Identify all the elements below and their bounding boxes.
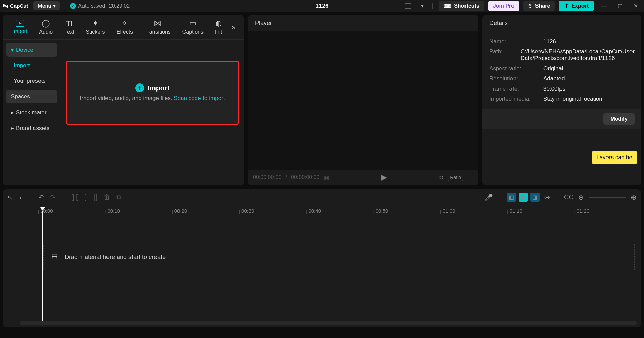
ruler-mark: 01:10 xyxy=(507,208,574,214)
mic-icon[interactable]: 🎤 xyxy=(484,193,493,201)
redo-icon[interactable]: ↷ xyxy=(50,193,56,201)
tab-captions-label: Captions xyxy=(182,29,204,35)
detail-name: Name: 1126 xyxy=(489,38,635,45)
magnet-group: ◧ ▣ ◨ xyxy=(507,193,540,202)
undo-icon[interactable]: ↶ xyxy=(38,193,44,201)
join-pro-button[interactable]: Join Pro xyxy=(488,1,519,11)
divider xyxy=(432,3,433,9)
detail-imported-media: Imported media: Stay in original locatio… xyxy=(489,96,635,102)
detail-path-value: C:/Users/NEHA/AppData/Local/CapCut/User … xyxy=(521,48,635,62)
film-icon: 🎞 xyxy=(52,254,58,261)
player-menu-icon[interactable]: ≡ xyxy=(468,20,472,27)
menu-label: Menu xyxy=(38,3,51,9)
details-header: Details xyxy=(482,15,641,31)
detail-path-label: Path: xyxy=(489,48,521,62)
ruler-mark: 00:20 xyxy=(172,208,239,214)
timeline-drop-track[interactable]: 🎞 Drag material here and start to create xyxy=(43,243,635,271)
tab-captions[interactable]: ▭ Captions xyxy=(177,18,209,37)
divider xyxy=(500,194,500,201)
scan-code-link[interactable]: Scan code to import xyxy=(174,95,225,101)
minimize-icon[interactable]: — xyxy=(598,2,610,10)
ruler-mark: 00:30 xyxy=(239,208,306,214)
timeline-scrollbar[interactable] xyxy=(20,321,637,325)
maximize-icon[interactable]: ▢ xyxy=(614,1,626,10)
shortcuts-label: Shortcuts xyxy=(454,3,479,9)
export-icon: ⬆ xyxy=(564,3,569,9)
tab-filters[interactable]: ◐ Filt xyxy=(210,18,228,37)
detail-fr-label: Frame rate: xyxy=(489,86,543,92)
focus-icon[interactable]: ◘ xyxy=(440,174,443,180)
timeline: ↖ ▾ ↶ ↷ ] [ [| |] 🗑 ⧉ 🎤 ◧ ▣ ◨ ⇿ CC ⊖ ⊕ 0 xyxy=(0,188,644,330)
import-title-label: Import xyxy=(147,84,169,92)
modify-button[interactable]: Modify xyxy=(603,113,635,125)
timeline-body[interactable]: 00:00 00:10 00:20 00:30 00:40 00:50 01:0… xyxy=(3,205,641,327)
export-button[interactable]: ⬆ Export xyxy=(559,1,594,11)
cursor-tool-icon[interactable]: ↖ xyxy=(7,193,13,201)
player-header: Player ≡ xyxy=(248,15,478,31)
menu-button[interactable]: Menu ▾ xyxy=(33,1,60,10)
magnet-center-icon[interactable]: ▣ xyxy=(519,193,528,202)
cursor-dropdown-icon[interactable]: ▾ xyxy=(19,195,22,200)
detail-res-value: Adapted xyxy=(543,75,635,82)
split-icon[interactable]: ] [ xyxy=(72,193,78,201)
trim-right-icon[interactable]: |] xyxy=(94,193,97,201)
tab-text[interactable]: TI Text xyxy=(59,18,79,37)
close-icon[interactable]: ✕ xyxy=(630,1,641,10)
tab-audio[interactable]: ◯ Audio xyxy=(33,18,58,37)
tab-import-label: Import xyxy=(12,28,27,34)
timeline-ruler[interactable]: 00:00 00:10 00:20 00:30 00:40 00:50 01:0… xyxy=(3,205,641,216)
detail-fr-value: 30.00fps xyxy=(543,86,635,92)
sidebar-stock-label: Stock mater... xyxy=(16,109,51,116)
time-total: 00:00:00:00 xyxy=(291,174,320,180)
closed-caption-icon[interactable]: CC xyxy=(564,193,574,201)
import-dropzone[interactable]: + Import Import video, audio, and image … xyxy=(66,61,239,125)
tab-import[interactable]: Import xyxy=(7,18,33,36)
import-area: + Import Import video, audio, and image … xyxy=(61,40,244,185)
sidebar-spaces[interactable]: Spaces xyxy=(6,90,57,103)
detail-aspect-value: Original xyxy=(543,65,635,72)
tab-effects[interactable]: ✧ Effects xyxy=(111,18,139,37)
trim-left-icon[interactable]: [| xyxy=(84,193,88,201)
zoom-in-icon[interactable]: ⊕ xyxy=(631,193,637,201)
chevron-down-small-icon[interactable]: ▾ xyxy=(418,1,426,10)
filters-icon: ◐ xyxy=(215,19,222,28)
topbar: CapCut Menu ▾ ✓ Auto saved: 20:29:02 112… xyxy=(0,0,644,12)
layout-icon[interactable] xyxy=(402,2,414,10)
sidebar-brand[interactable]: ▸ Brand assets xyxy=(6,121,57,135)
mirror-icon[interactable]: ⇿ xyxy=(544,193,550,201)
shortcuts-button[interactable]: ⌨ Shortcuts xyxy=(439,1,484,11)
delete-icon[interactable]: 🗑 xyxy=(103,193,110,201)
sidebar-device[interactable]: ▾ Device xyxy=(6,43,57,57)
play-icon[interactable]: ▶ xyxy=(381,173,387,182)
thumbnails-icon[interactable]: ▦ xyxy=(324,174,329,181)
import-sub-pre: Import video, audio, and image files. xyxy=(80,95,174,101)
share-icon: ⇪ xyxy=(528,3,532,9)
sidebar-import[interactable]: Import xyxy=(6,59,57,72)
import-title: + Import xyxy=(135,83,169,92)
player-canvas[interactable] xyxy=(248,31,478,170)
tab-stickers[interactable]: ✦ Stickers xyxy=(80,18,111,37)
fullscreen-icon[interactable]: ⛶ xyxy=(468,174,474,180)
share-label: Share xyxy=(535,3,550,9)
share-button[interactable]: ⇪ Share xyxy=(523,1,555,11)
detail-resolution: Resolution: Adapted xyxy=(489,75,635,82)
check-circle-icon: ✓ xyxy=(70,3,76,9)
ruler-mark: 01:20 xyxy=(574,208,641,214)
sidebar-stock[interactable]: ▸ Stock mater... xyxy=(6,105,57,119)
autosave-time: 20:29:02 xyxy=(109,3,130,9)
playhead[interactable] xyxy=(40,207,45,325)
playhead-line xyxy=(42,211,43,325)
tab-transitions[interactable]: ⋈ Transitions xyxy=(139,18,176,37)
caret-right-icon: ▸ xyxy=(11,109,14,116)
magnet-left-icon[interactable]: ◧ xyxy=(507,193,516,202)
tabs-more-icon[interactable]: » xyxy=(230,21,237,33)
import-subtitle: Import video, audio, and image files. Sc… xyxy=(80,95,225,102)
player-panel: Player ≡ 00:00:00:00 / 00:00:00:00 ▦ ▶ ◘… xyxy=(248,15,478,185)
sidebar-presets[interactable]: Your presets xyxy=(6,74,57,88)
duplicate-icon[interactable]: ⧉ xyxy=(116,193,121,201)
zoom-out-icon[interactable]: ⊖ xyxy=(578,193,584,201)
zoom-slider[interactable] xyxy=(589,197,626,198)
ratio-button[interactable]: Ratio xyxy=(448,174,463,181)
details-body: Name: 1126 Path: C:/Users/NEHA/AppData/L… xyxy=(482,31,641,109)
magnet-right-icon[interactable]: ◨ xyxy=(530,193,540,202)
